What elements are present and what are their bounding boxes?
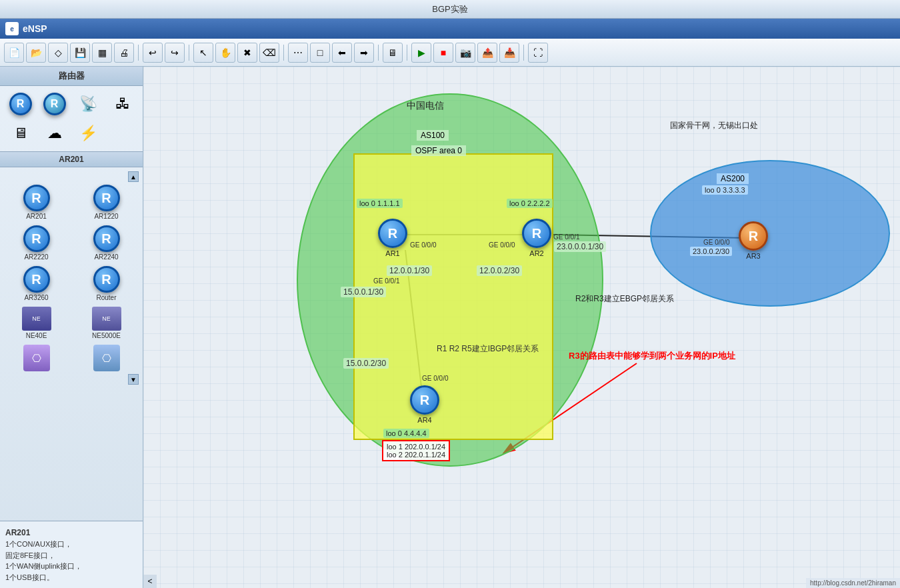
device-item-router1[interactable]: R <box>5 91 35 117</box>
wifi-icon: 📡 <box>76 91 101 117</box>
bottom-bar: http://blog.csdn.net/2hiraman <box>806 578 900 588</box>
delete-button[interactable]: ✖ <box>237 43 257 63</box>
link-in-button[interactable]: ⬅ <box>332 43 352 63</box>
router-ar3[interactable]: R AR3 <box>739 221 768 260</box>
sep1 <box>138 45 139 61</box>
device-item-switch[interactable]: 🖧 <box>107 91 137 117</box>
ar2-icon: R <box>522 219 551 248</box>
sep3 <box>283 45 284 61</box>
ar1220-item[interactable]: R AR1220 <box>74 185 139 220</box>
new-button[interactable]: 📄 <box>4 43 24 63</box>
url-text: http://blog.csdn.net/2hiraman <box>810 579 896 587</box>
r3-routing-label: R3的路由表中能够学到两个业务网的IP地址 <box>569 350 735 362</box>
ar2240-label: AR2240 <box>94 253 118 261</box>
undo-button[interactable]: ↩ <box>143 43 163 63</box>
window-title: BGP实验 <box>432 3 467 15</box>
canvas-area[interactable]: 中国电信 国家骨干网，无锡出口处 AS100 OSPF area 0 AS200… <box>143 67 900 588</box>
main-layout: 路由器 R R 📡 🖧 🖥 <box>0 67 900 588</box>
grid-button[interactable]: ▦ <box>92 43 112 63</box>
import-button[interactable]: 📥 <box>499 43 519 63</box>
save-button[interactable]: 💾 <box>70 43 90 63</box>
rubber-button[interactable]: ⌫ <box>259 43 279 63</box>
router1-icon: R <box>8 91 33 117</box>
sep6 <box>523 45 524 61</box>
ge000-ar1-label: GE 0/0/0 <box>410 241 436 249</box>
ospf-label: OSPF area 0 <box>411 145 466 156</box>
square-button[interactable]: □ <box>310 43 330 63</box>
scroll-up-arrow[interactable]: ▲ <box>128 171 139 182</box>
ne40e-item[interactable]: NE NE40E <box>4 307 69 339</box>
ar3260-label: AR3260 <box>24 294 48 301</box>
subnet-15-1-label: 15.0.0.1/30 <box>341 287 386 297</box>
backbone-label: 国家骨干网，无锡出口处 <box>670 120 758 131</box>
canvas-scroll-left[interactable]: < <box>143 575 157 588</box>
subnet-15-2-label: 15.0.0.2/30 <box>343 358 389 369</box>
ar3260-item[interactable]: R AR3260 <box>4 266 69 301</box>
loo0-ar3-tag: loo 0 3.3.3.3 <box>702 185 748 195</box>
desc-title: AR201 <box>5 527 137 539</box>
router-alt-icon: R <box>43 93 66 115</box>
monitor-icon: 🖥 <box>8 121 33 146</box>
open-button[interactable]: 📂 <box>26 43 46 63</box>
stop-button[interactable]: ■ <box>433 43 453 63</box>
sep5 <box>407 45 407 61</box>
ar3-label: AR3 <box>746 252 760 260</box>
ar3-icon: R <box>739 221 768 251</box>
export-button[interactable]: 📤 <box>477 43 497 63</box>
ar1-label: AR1 <box>385 249 399 257</box>
dots-button[interactable]: ⋯ <box>288 43 308 63</box>
ar2-label: AR2 <box>529 249 543 257</box>
ar-device-list[interactable]: ▲ R AR201 R AR1220 R AR2220 R AR2240 <box>0 167 143 521</box>
loo0-ar1-tag: loo 0 1.1.1.1 <box>357 199 403 208</box>
device-item-router2[interactable]: R <box>39 91 69 117</box>
ar201-label: AR201 <box>26 213 47 220</box>
ar201-icon: R <box>23 185 50 211</box>
ar201-item[interactable]: R AR201 <box>4 185 69 220</box>
ar2220-item[interactable]: R AR2220 <box>4 225 69 261</box>
device-grid: R R 📡 🖧 🖥 ☁ ⚡ <box>0 86 143 151</box>
play-button[interactable]: ▶ <box>411 43 431 63</box>
ne40e-icon: NE <box>22 307 51 331</box>
fullscreen-button[interactable]: ⛶ <box>528 43 548 63</box>
ar2240-item[interactable]: R AR2240 <box>74 225 139 261</box>
ar4-icon: R <box>410 385 439 415</box>
router-ar1[interactable]: R AR1 <box>378 219 407 257</box>
as200-ellipse <box>650 160 890 307</box>
special1-icon: ⎔ <box>23 345 50 371</box>
subnet-ar1-label: 12.0.0.1/30 <box>387 265 432 276</box>
diamond-button[interactable]: ◇ <box>48 43 68 63</box>
link-out-button[interactable]: ➡ <box>354 43 374 63</box>
loo0-ar2-tag: loo 0 2.2.2.2 <box>507 199 553 208</box>
router-item[interactable]: R Router <box>74 266 139 301</box>
ge001-ar1-label: GE 0/0/1 <box>373 277 399 285</box>
ne5000e-item[interactable]: NE NE5000E <box>74 307 139 339</box>
device-item-wifi[interactable]: 📡 <box>73 91 103 117</box>
router-ar4[interactable]: R AR4 <box>410 385 439 424</box>
cloud-icon: ☁ <box>42 121 67 146</box>
ne5000e-icon: NE <box>92 307 121 331</box>
ge000-ar3-label: GE 0/0/0 <box>703 239 729 246</box>
select-button[interactable]: ↖ <box>193 43 213 63</box>
capture-button[interactable]: 📷 <box>455 43 475 63</box>
device-item-monitor[interactable]: 🖥 <box>5 121 35 146</box>
device-item-lightning[interactable]: ⚡ <box>73 121 103 146</box>
ge001-ar2-label: GE 0/0/1 <box>553 233 579 241</box>
scroll-down-arrow[interactable]: ▼ <box>128 374 139 385</box>
device-mgr-button[interactable]: 🖥 <box>383 43 403 63</box>
print-button[interactable]: 🖨 <box>114 43 134 63</box>
ar1220-label: AR1220 <box>94 213 118 220</box>
sidebar: 路由器 R R 📡 🖧 🖥 <box>0 67 143 588</box>
subnet-ar3-label: 23.0.0.2/30 <box>690 247 732 256</box>
device-item-cloud[interactable]: ☁ <box>39 121 69 146</box>
special2-item[interactable]: ⎔ <box>74 345 139 371</box>
as200-label: AS200 <box>717 173 749 184</box>
ar2220-label: AR2220 <box>24 253 48 261</box>
hand-button[interactable]: ✋ <box>215 43 235 63</box>
router-ar2[interactable]: R AR2 <box>522 219 551 257</box>
ar4-label: AR4 <box>417 416 431 424</box>
special1-item[interactable]: ⎔ <box>4 345 69 371</box>
switch-icon: 🖧 <box>110 91 135 117</box>
router-label: Router <box>96 294 116 301</box>
ar-device-grid: R AR201 R AR1220 R AR2220 R AR2240 R A <box>4 185 139 371</box>
redo-button[interactable]: ↪ <box>165 43 185 63</box>
